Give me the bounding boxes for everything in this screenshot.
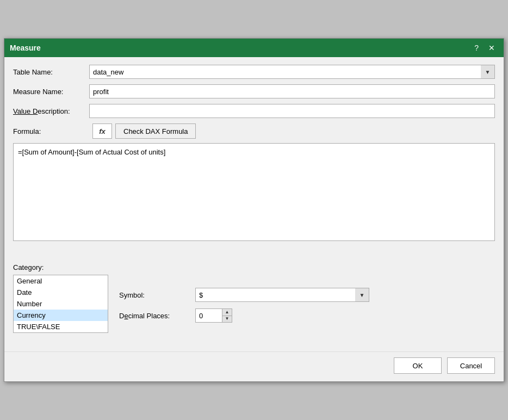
value-desc-label-underline: D [33,107,38,115]
dialog-footer: OK Cancel [4,351,504,381]
close-button[interactable]: ✕ [485,43,498,53]
symbol-row: Symbol: $ € £ ¥ ▼ [119,288,495,302]
category-item-general[interactable]: General [14,275,108,287]
help-button[interactable]: ? [471,43,482,53]
measure-dialog: Measure ? ✕ Table Name: data_new ▼ Measu… [4,38,504,382]
cancel-button[interactable]: Cancel [447,357,495,374]
category-item-currency[interactable]: Currency [14,310,108,321]
fx-button[interactable]: fx [92,123,112,139]
measure-name-input[interactable] [89,84,495,98]
format-options: Symbol: $ € £ ¥ ▼ [119,275,495,323]
decimal-wrapper: ▲ ▼ [195,308,232,323]
decimal-row: Decimal Places: ▲ ▼ [119,308,495,323]
value-desc-row: Value Description: [13,104,495,118]
title-bar-controls: ? ✕ [471,43,498,53]
measure-name-row: Measure Name: [13,84,495,98]
formula-row: Formula: fx Check DAX Formula [13,123,495,139]
category-item-number[interactable]: Number [14,298,108,310]
decimal-increment-button[interactable]: ▲ [222,309,232,316]
table-name-dropdown-wrapper: data_new ▼ [89,65,495,79]
table-name-select[interactable]: data_new [89,65,495,79]
decimal-input[interactable] [195,308,222,323]
symbol-label: Symbol: [119,291,190,299]
dialog-body: Table Name: data_new ▼ Measure Name: Val… [4,57,504,351]
value-desc-label-text: Value [13,107,33,115]
symbol-dropdown-wrapper: $ € £ ¥ ▼ [195,288,369,302]
category-format-section: Category: General Date Number Currency T… [13,263,495,333]
fx-icon: fx [99,127,106,135]
table-name-label: Table Name: [13,68,89,76]
formula-textarea[interactable]: =[Sum of Amount]-[Sum of Actual Cost of … [13,143,495,241]
category-section: General Date Number Currency TRUE\FALSE … [13,275,495,333]
measure-name-label: Measure Name: [13,88,89,96]
decimal-spinner: ▲ ▼ [222,308,232,323]
category-list: General Date Number Currency TRUE\FALSE [13,275,108,333]
title-bar: Measure ? ✕ [4,39,504,57]
table-name-row: Table Name: data_new ▼ [13,65,495,79]
decimal-label-underline: e [124,312,128,320]
check-dax-button[interactable]: Check DAX Formula [115,123,196,139]
category-item-date[interactable]: Date [14,287,108,298]
formula-label: Formula: [13,127,89,135]
spacer [13,247,495,263]
decimal-decrement-button[interactable]: ▼ [222,316,232,323]
symbol-select[interactable]: $ € £ ¥ [195,288,369,302]
value-desc-label: Value Description: [13,107,89,115]
decimal-label: Decimal Places: [119,312,190,320]
value-desc-input[interactable] [89,104,495,118]
category-label: Category: [13,263,495,271]
ok-button[interactable]: OK [394,357,442,374]
dialog-title: Measure [10,44,41,52]
category-item-truefalse[interactable]: TRUE\FALSE [14,321,108,332]
